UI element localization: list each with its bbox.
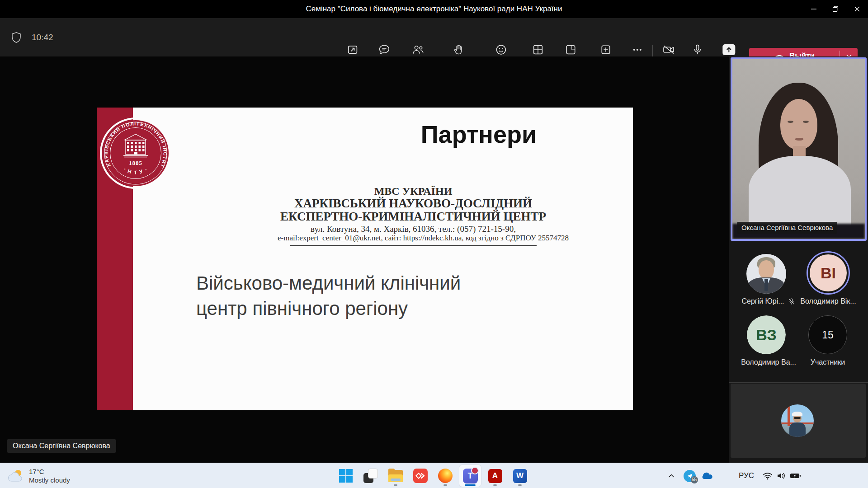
restore-icon (832, 6, 839, 12)
profile-avatar (781, 404, 814, 437)
telegram-badge: 55 (691, 476, 698, 483)
active-running-indicator (465, 484, 476, 486)
webcam-video (732, 59, 865, 239)
logo-year: 1885 (129, 160, 142, 166)
weather-temperature: 17°C (29, 467, 70, 476)
shield-icon (11, 32, 22, 43)
khpi-logo: ХАРКІВСЬКИЙ ПОЛІТЕХНІЧНИЙ ІНСТИТУТ (102, 119, 170, 187)
firefox-button[interactable] (434, 465, 456, 487)
letterhead-rule (290, 245, 537, 246)
participant-name: Володимир Вік... (800, 297, 856, 305)
participant-name: Сергій Юрі... (741, 297, 784, 305)
start-button[interactable] (335, 465, 357, 487)
mic-muted-icon (788, 298, 796, 305)
minimize-button[interactable] (803, 0, 825, 18)
onedrive-tray-button[interactable] (700, 463, 713, 488)
acrobat-button[interactable]: A (484, 465, 506, 487)
teams-notification-badge (471, 467, 479, 474)
camera-off-tile[interactable] (731, 384, 866, 458)
task-view-button[interactable] (360, 465, 382, 487)
teams-button[interactable]: T (459, 465, 481, 487)
slide-title: Партнери (421, 120, 537, 148)
org-address: вул. Ковтуна, 34, м. Харків, 61036, тел.… (278, 224, 549, 234)
window-title: Семінар "Силова і біомедична електроніка… (0, 0, 868, 18)
running-indicator (443, 484, 447, 486)
word-button[interactable]: W (509, 465, 531, 487)
anydesk-icon (413, 469, 428, 483)
telegram-tray-button[interactable]: 55 (683, 463, 696, 488)
participant-avatar[interactable] (746, 254, 786, 294)
volume-indicator[interactable] (775, 463, 788, 488)
org-contacts: e-mail:expert_center_01@ukr.net, сайт: h… (278, 234, 549, 242)
title-bar: Семінар "Силова і біомедична електроніка… (0, 0, 868, 18)
teams-meeting-window: Семінар "Силова і біомедична електроніка… (0, 0, 868, 488)
close-button[interactable] (846, 0, 868, 18)
firefox-icon (438, 469, 453, 483)
avatar-photo (781, 404, 814, 437)
telegram-icon: 55 (684, 470, 696, 482)
battery-charging-icon (790, 472, 801, 479)
window-controls (803, 0, 868, 18)
active-speaker-label: Оксана Сергіївна Севрюкова (7, 439, 116, 453)
speaking-participant-avatar[interactable]: ВІ (807, 251, 850, 295)
participant-initials: ВЗ (747, 315, 786, 354)
participants-icon (411, 43, 425, 56)
participant-name-row: Володимир Вік... (800, 297, 856, 305)
chevron-up-icon (668, 472, 675, 479)
anydesk-button[interactable] (410, 465, 431, 487)
partner-name: Військово-медичний клінічний центр півні… (196, 271, 461, 321)
partner-line-1: Військово-медичний клінічний (196, 271, 461, 296)
presentation-stage: ХАРКІВСЬКИЙ ПОЛІТЕХНІЧНИЙ ІНСТИТУТ (0, 56, 729, 463)
more-icon (631, 43, 644, 56)
task-view-icon (363, 469, 378, 483)
running-indicator (394, 484, 397, 486)
camera-off-icon (662, 43, 676, 56)
chat-icon (378, 43, 391, 56)
volume-icon (776, 472, 786, 480)
weather-icon (7, 468, 24, 483)
teams-icon: T (463, 469, 478, 483)
file-explorer-icon (388, 470, 403, 482)
raise-hand-icon (453, 43, 465, 56)
view-icon (532, 43, 544, 56)
restore-button[interactable] (825, 0, 846, 18)
microphone-icon (691, 43, 704, 56)
windows-logo-icon (339, 469, 353, 483)
acrobat-icon: A (488, 469, 502, 483)
language-indicator[interactable]: РУС (739, 463, 754, 488)
participant-name: Володимир Ва... (741, 358, 796, 366)
speaker-face (780, 99, 817, 150)
wifi-icon (763, 472, 773, 480)
org-letterhead: МВС УКРАЇНИ ХАРКІВСЬКИЙ НАУКОВО-ДОСЛІДНИ… (278, 185, 549, 246)
rooms-icon (564, 43, 577, 56)
org-line-3: ЕКСПЕРТНО-КРИМІНАЛІСТИЧНИЙ ЦЕНТР (278, 210, 549, 223)
running-indicator (518, 484, 522, 486)
onedrive-icon (700, 471, 713, 480)
windows-taskbar: 17°C Mostly cloudy (0, 463, 868, 488)
org-line-1: МВС УКРАЇНИ (278, 185, 549, 197)
share-content-icon (346, 43, 359, 56)
partner-line-2: центр північного регіону (196, 296, 461, 321)
file-explorer-button[interactable] (385, 465, 406, 487)
participant-name-row: Володимир Ва... (741, 358, 796, 366)
battery-indicator[interactable] (788, 463, 802, 488)
apps-icon (599, 43, 612, 56)
running-indicator (493, 484, 497, 486)
weather-widget[interactable]: 17°C Mostly cloudy (7, 465, 70, 486)
participants-overflow-label: Участники (811, 358, 845, 366)
shared-slide: ХАРКІВСЬКИЙ ПОЛІТЕХНІЧНИЙ ІНСТИТУТ (97, 108, 633, 410)
participants-overflow-tile[interactable]: 15 (808, 315, 847, 354)
word-icon: W (513, 469, 527, 483)
sidebar-divider (729, 382, 868, 383)
react-icon (495, 43, 507, 56)
participant-photo (746, 254, 786, 294)
wifi-indicator[interactable] (761, 463, 774, 488)
participants-count: 15 (808, 315, 847, 354)
participant-name-row: Сергій Юрі... (741, 297, 795, 305)
featured-name-label: Оксана Сергіївна Севрюкова (737, 222, 837, 234)
featured-video-tile[interactable]: Оксана Сергіївна Севрюкова (731, 57, 867, 241)
weather-condition: Mostly cloudy (29, 476, 70, 484)
tray-overflow-button[interactable] (665, 463, 677, 488)
meeting-timer: 10:42 (32, 33, 53, 42)
participant-avatar[interactable]: ВЗ (747, 315, 786, 354)
